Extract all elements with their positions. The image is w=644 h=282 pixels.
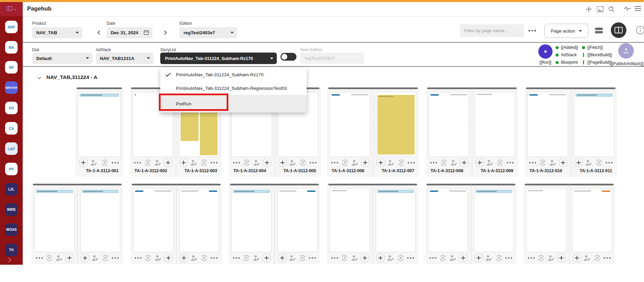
list-view-icon[interactable] [595, 27, 603, 35]
assign-user-icon[interactable] [288, 254, 297, 262]
adstack-select[interactable]: NAV_TAB1231A [96, 53, 153, 64]
sidebar-item-ca[interactable]: CA [5, 122, 18, 135]
sync-lock-icon[interactable] [537, 254, 545, 262]
more-icon[interactable] [603, 254, 611, 262]
more-icon[interactable] [35, 254, 44, 262]
page-thumbnail[interactable] [527, 92, 568, 157]
page-thumbnail[interactable] [231, 188, 272, 252]
assign-user-icon[interactable] [89, 158, 98, 167]
assign-user-icon[interactable] [583, 254, 591, 262]
add-page-icon[interactable] [263, 158, 271, 167]
assign-user-icon[interactable] [153, 158, 162, 167]
add-page-icon[interactable] [376, 158, 385, 167]
more-icon[interactable] [232, 254, 241, 262]
assign-user-icon[interactable] [386, 254, 395, 262]
add-page-icon[interactable] [559, 158, 567, 167]
dial-select[interactable]: Default [32, 53, 92, 64]
add-page-icon[interactable] [278, 254, 287, 262]
sidebar-item-lp[interactable]: L&P [5, 142, 18, 155]
sidebar-item-writer[interactable]: WRITER [5, 81, 18, 94]
more-icon[interactable] [309, 158, 317, 167]
add-page-icon[interactable] [376, 254, 385, 262]
sidebar-item-nrp[interactable]: NRP [5, 21, 18, 33]
more-icon[interactable] [330, 254, 339, 262]
assign-user-icon[interactable] [449, 254, 457, 262]
search-icon[interactable] [607, 5, 616, 14]
page-thumbnail[interactable] [474, 188, 514, 252]
assign-user-icon[interactable] [450, 158, 458, 167]
add-page-icon[interactable] [179, 158, 188, 167]
sync-lock-icon[interactable] [340, 158, 349, 167]
assign-user-icon[interactable] [91, 254, 100, 262]
page-thumbnail[interactable] [330, 92, 370, 157]
more-icon[interactable] [429, 254, 437, 262]
page-filter-input[interactable] [460, 24, 524, 37]
new-edition-input[interactable] [300, 53, 364, 64]
assign-user-icon[interactable] [548, 158, 557, 167]
sync-lock-icon[interactable] [438, 254, 447, 262]
page-thumbnail[interactable] [133, 188, 173, 252]
sync-lock-icon[interactable] [45, 254, 54, 262]
add-page-icon[interactable] [79, 158, 88, 167]
add-icon[interactable] [585, 5, 593, 14]
more-icon[interactable] [406, 254, 415, 262]
sidebar-app-switcher[interactable] [0, 2, 23, 16]
storylist-menu-item[interactable]: PreRun [160, 95, 307, 113]
add-page-icon[interactable] [459, 254, 468, 262]
sync-lock-icon[interactable] [298, 254, 307, 262]
assign-user-icon[interactable] [387, 158, 395, 167]
add-page-icon[interactable] [573, 254, 581, 262]
section-collapse-icon[interactable] [36, 75, 42, 81]
sync-lock-icon[interactable] [200, 158, 208, 167]
page-thumbnail[interactable] [429, 92, 469, 157]
sidebar-item-pp[interactable]: PP [5, 163, 18, 175]
assign-user-icon[interactable] [485, 158, 494, 167]
assign-user-icon[interactable] [351, 158, 359, 167]
info-icon[interactable] [636, 26, 644, 35]
publish-button[interactable] [618, 43, 634, 59]
grid-view-toggle[interactable] [611, 22, 626, 38]
storylist-menu-item[interactable]: PrintAutoNav_Tab-311224_Subham-Rz170 [160, 68, 307, 81]
page-thumbnail[interactable] [574, 92, 615, 157]
page-thumbnail[interactable] [475, 92, 516, 157]
run-button[interactable] [538, 44, 553, 59]
assign-user-icon[interactable] [484, 254, 493, 262]
sync-lock-icon[interactable] [495, 254, 503, 262]
page-thumbnail[interactable] [277, 188, 318, 252]
more-icon[interactable] [308, 254, 317, 262]
add-page-icon[interactable] [164, 158, 172, 167]
assign-user-icon[interactable] [252, 158, 261, 167]
add-page-icon[interactable] [278, 158, 287, 167]
sync-lock-icon[interactable] [595, 158, 603, 167]
assign-user-icon[interactable] [288, 158, 297, 167]
date-picker[interactable]: Dec 31, 2024 [107, 27, 152, 38]
assign-user-icon[interactable] [190, 254, 199, 262]
sync-lock-icon[interactable] [298, 158, 307, 167]
page-thumbnail[interactable] [526, 188, 566, 252]
sync-lock-icon[interactable] [143, 158, 152, 167]
more-icon[interactable] [330, 158, 339, 167]
sidebar-item-ma[interactable]: MA [5, 41, 18, 54]
more-icon[interactable] [210, 254, 219, 262]
more-icon[interactable] [133, 158, 142, 167]
sync-lock-icon[interactable] [100, 158, 109, 167]
more-icon[interactable] [527, 254, 536, 262]
add-page-icon[interactable] [475, 158, 484, 167]
sidebar-item-woas[interactable]: WOAS [5, 223, 18, 236]
sync-lock-icon[interactable] [242, 254, 251, 262]
page-thumbnail[interactable] [376, 92, 417, 157]
assign-user-icon[interactable] [584, 158, 593, 167]
add-page-icon[interactable] [557, 254, 566, 262]
more-icon[interactable] [210, 158, 219, 167]
add-page-icon[interactable] [474, 254, 483, 262]
sync-lock-icon[interactable] [397, 158, 406, 167]
add-page-icon[interactable] [81, 254, 89, 262]
add-page-icon[interactable] [574, 158, 583, 167]
page-action-button[interactable]: Page action [544, 24, 588, 38]
sidebar-item-wire[interactable]: WIRE [5, 203, 18, 216]
assign-user-icon[interactable] [154, 254, 163, 262]
sync-lock-icon[interactable] [340, 254, 349, 262]
storylist-menu-item[interactable]: PrintAutoNav_Tab-311224_Subham-Regressio… [160, 81, 307, 95]
edition-select[interactable]: regTest2403e7 [180, 27, 237, 38]
page-thumbnail[interactable] [179, 188, 220, 252]
